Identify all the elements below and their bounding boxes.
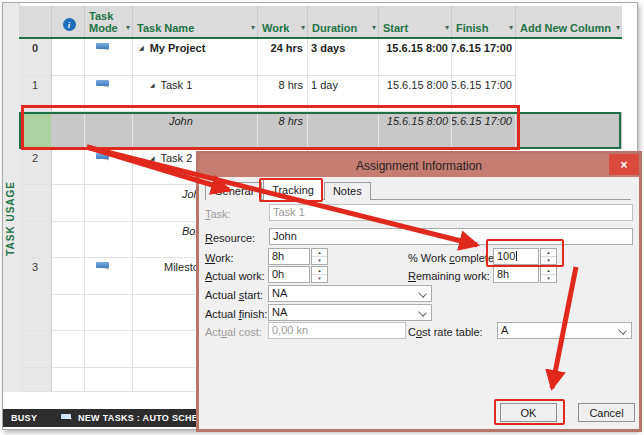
task-row[interactable]: 1 → ◢ Task 1 8 hrs 1 day 15.6.15 8:00 15… [19,76,622,113]
task-mode-cell[interactable] [85,331,133,368]
tab-general[interactable]: General [205,182,262,200]
row-id-cell[interactable] [19,185,52,222]
work-spinner[interactable]: ▴▾ [311,248,328,265]
header-task-name[interactable]: Task Name ▾ [133,6,258,37]
pct-work-complete-field[interactable]: 100 [493,248,539,265]
task-mode-cell[interactable] [85,295,133,332]
info-cell[interactable] [52,76,85,113]
assignment-row-selected[interactable]: John 8 hrs 15.6.15 8:00 15.6.15 17:00 [19,112,622,149]
work-cell[interactable]: 8 hrs [258,76,308,113]
task-name-cell[interactable]: ◢ My Project [133,39,258,76]
filter-arrow-icon[interactable]: ▾ [301,22,305,34]
header-add-new-column[interactable]: Add New Column ▾ [516,6,622,37]
header-info[interactable]: i [52,6,85,37]
actual-work-label: Actual work: [205,268,269,285]
actual-finish-dropdown[interactable]: NA [268,304,432,321]
task-mode-cell[interactable]: → [85,76,133,113]
info-cell[interactable] [52,368,85,393]
cost-rate-table-value: A [501,324,508,336]
task-row-summary[interactable]: 0 → ◢ My Project 24 hrs 3 days 15.6.15 8… [19,39,622,76]
view-label-strip: TASK USAGE [3,3,20,392]
task-mode-cell[interactable] [85,112,133,149]
tab-notes[interactable]: Notes [324,182,371,200]
info-cell[interactable] [52,222,85,259]
info-cell[interactable] [52,39,85,76]
task-name-text: My Project [150,42,206,54]
start-cell[interactable]: 15.6.15 8:00 [379,76,452,113]
collapse-triangle-icon[interactable]: ◢ [150,81,155,88]
status-mode[interactable]: BUSY [11,413,53,423]
add-new-column-cell[interactable] [516,112,622,149]
filter-arrow-icon[interactable]: ▾ [616,22,620,34]
actual-work-field[interactable]: 0h [268,266,310,283]
actual-start-dropdown[interactable]: NA [268,285,432,302]
work-cell[interactable]: 8 hrs [258,112,308,149]
task-mode-cell[interactable]: → [85,258,133,295]
collapse-triangle-icon[interactable]: ◢ [139,44,144,51]
collapse-triangle-icon[interactable]: ◢ [150,154,155,161]
cost-rate-table-dropdown[interactable]: A [497,322,632,339]
finish-cell[interactable]: 15.6.15 17:00 [452,76,516,113]
info-cell[interactable] [52,258,85,295]
ok-button[interactable]: OK [500,403,557,422]
header-work[interactable]: Work ▾ [258,6,308,37]
task-mode-cell[interactable] [85,185,133,222]
row-id-cell[interactable]: 3 [19,258,52,295]
row-id-cell[interactable] [19,295,52,332]
task-label: Task: [205,206,269,223]
task-mode-cell[interactable]: → [85,39,133,76]
task-mode-cell[interactable] [85,368,133,393]
row-id-cell[interactable] [19,331,52,368]
row-id-cell[interactable]: 2 [19,149,52,186]
work-field[interactable]: 8h [268,248,310,265]
chevron-down-icon [418,308,427,317]
header-duration[interactable]: Duration ▾ [308,6,379,37]
task-mode-cell[interactable] [85,222,133,259]
add-new-column-cell[interactable] [516,76,622,113]
duration-cell[interactable]: 1 day [308,76,379,113]
close-icon[interactable]: × [609,154,639,175]
row-id-cell[interactable]: 1 [19,76,52,113]
duration-cell[interactable]: 3 days [308,39,379,76]
info-cell[interactable] [52,185,85,222]
header-task-mode[interactable]: Task Mode ▾ [85,6,133,37]
info-cell[interactable] [52,295,85,332]
info-cell[interactable] [52,331,85,368]
finish-text: 17.6.15 17:00 [452,42,512,54]
filter-arrow-icon[interactable]: ▾ [509,22,513,34]
row-id-cell[interactable] [19,222,52,259]
task-name-text: Task 2 [160,152,192,164]
task-mode-cell[interactable]: → [85,149,133,186]
info-cell[interactable] [52,112,85,149]
dialog-titlebar[interactable]: Assignment Information × [199,154,639,177]
add-new-column-cell[interactable] [516,39,622,76]
filter-arrow-icon[interactable]: ▾ [251,22,255,34]
task-name-cell[interactable]: ◢ Task 1 [133,76,258,113]
filter-arrow-icon[interactable]: ▾ [372,22,376,34]
work-cell[interactable]: 24 hrs [258,39,308,76]
start-cell[interactable]: 15.6.15 8:00 [379,112,452,149]
remaining-work-field[interactable]: 8h [493,266,539,283]
header-finish[interactable]: Finish ▾ [452,6,516,37]
info-cell[interactable] [52,149,85,186]
spinner-up-icon: ▴ [541,267,556,275]
header-start[interactable]: Start ▾ [379,6,452,37]
row-id-cell[interactable] [19,112,52,149]
remaining-work-spinner[interactable]: ▴▾ [540,266,557,283]
row-id-cell[interactable]: 0 [19,39,52,76]
start-cell[interactable]: 15.6.15 8:00 [379,39,452,76]
actual-work-spinner[interactable]: ▴▾ [311,266,328,283]
header-row-id[interactable] [19,6,52,37]
filter-arrow-icon[interactable]: ▾ [126,22,130,34]
finish-cell[interactable]: 15.6.15 17:00 [452,112,516,149]
finish-cell[interactable]: 17.6.15 17:00 [452,39,516,76]
row-id-cell[interactable] [19,368,52,393]
tab-tracking[interactable]: Tracking [263,179,323,200]
pct-work-complete-spinner[interactable]: ▴▾ [540,248,557,265]
filter-arrow-icon[interactable]: ▾ [445,22,449,34]
task-name-cell[interactable]: John [133,112,258,149]
duration-cell[interactable] [308,112,379,149]
cancel-button[interactable]: Cancel [578,403,635,422]
resource-field[interactable]: John [269,228,633,245]
header-task-name-label: Task Name [137,22,194,34]
